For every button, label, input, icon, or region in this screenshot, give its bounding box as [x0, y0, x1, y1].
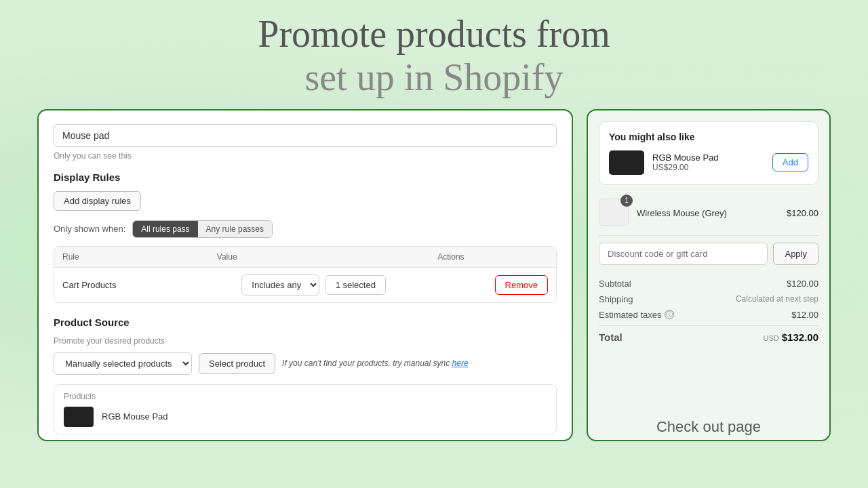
cart-item-name: Wireless Mouse (Grey): [637, 208, 778, 218]
you-might-like-card: You might also like RGB Mouse Pad US$29.…: [599, 121, 818, 185]
toggle-group: All rules pass Any rule passes: [132, 220, 273, 238]
product-source-section: Product Source Promote your desired prod…: [54, 317, 557, 375]
display-rules-title: Display Rules: [54, 171, 557, 183]
total-label: Total: [599, 331, 623, 343]
subtotal-line: Subtotal $120.00: [599, 276, 818, 291]
hero-line1: Promote products from: [258, 13, 610, 55]
cart-section: 1 Wireless Mouse (Grey) $120.00 Apply Su…: [588, 192, 829, 409]
source-select[interactable]: Manually selected products: [54, 352, 192, 375]
cart-item-row: 1 Wireless Mouse (Grey) $120.00: [599, 192, 818, 236]
add-to-cart-button[interactable]: Add: [772, 153, 808, 171]
cart-thumb-wrap: 1: [599, 199, 629, 228]
shipping-value: Calculated at next step: [736, 294, 818, 304]
subtotal-value: $120.00: [787, 279, 818, 289]
cart-badge: 1: [620, 195, 633, 207]
suggestion-thumbnail: [609, 150, 644, 175]
manual-sync-text: If you can't find your products, try man…: [282, 359, 468, 368]
col-rule-header: Rule: [62, 252, 217, 262]
product-thumbnail: [64, 407, 94, 427]
subtotal-label: Subtotal: [599, 279, 631, 289]
selected-badge: 1 selected: [325, 275, 386, 295]
discount-row: Apply: [599, 243, 818, 265]
checkout-page-label: Check out page: [588, 409, 829, 440]
col-value-header: Value: [217, 252, 437, 262]
col-actions-header: Actions: [437, 252, 548, 262]
products-label: Products: [64, 392, 547, 401]
cart-item-price: $120.00: [787, 208, 818, 218]
taxes-line: Estimated taxes ⓘ $12.00: [599, 307, 818, 323]
shown-when-label: Only shown when:: [54, 224, 125, 234]
shown-when-row: Only shown when: All rules pass Any rule…: [54, 220, 557, 238]
remove-rule-button[interactable]: Remove: [495, 275, 548, 295]
taxes-value: $12.00: [791, 310, 818, 320]
suggestion-info: RGB Mouse Pad US$29.00: [652, 152, 764, 172]
name-input[interactable]: [54, 124, 557, 147]
rule-value: Includes any 1 selected: [241, 274, 488, 296]
product-source-title: Product Source: [54, 317, 557, 328]
total-currency: USD: [764, 334, 779, 342]
shipping-line: Shipping Calculated at next step: [599, 291, 818, 307]
name-input-wrap: [54, 124, 557, 147]
manual-sync-link[interactable]: here: [452, 359, 469, 368]
product-item: RGB Mouse Pad: [64, 407, 547, 427]
left-panel: Only you can see this Display Rules Add …: [37, 109, 573, 441]
rules-row: Cart Products Includes any 1 selected Re…: [54, 268, 556, 302]
you-might-like-title: You might also like: [609, 131, 808, 142]
toggle-all-rules[interactable]: All rules pass: [133, 221, 197, 237]
product-name: RGB Mouse Pad: [102, 411, 168, 422]
product-source-subtitle: Promote your desired products: [54, 336, 557, 346]
shipping-label: Shipping: [599, 294, 633, 304]
discount-input[interactable]: [599, 243, 768, 265]
only-you-label: Only you can see this: [54, 151, 557, 161]
includes-any-select[interactable]: Includes any: [241, 274, 319, 296]
summary-rows: Subtotal $120.00 Shipping Calculated at …: [599, 272, 818, 350]
taxes-label: Estimated taxes ⓘ: [599, 310, 674, 320]
suggestion-item: RGB Mouse Pad US$29.00 Add: [609, 150, 808, 175]
hero-title: Promote products from set up in Shopify: [0, 0, 868, 109]
add-display-rules-button[interactable]: Add display rules: [54, 191, 141, 211]
apply-button[interactable]: Apply: [773, 243, 818, 265]
suggestion-name: RGB Mouse Pad: [652, 152, 764, 163]
rules-table: Rule Value Actions Cart Products Include…: [54, 246, 557, 303]
right-panel: You might also like RGB Mouse Pad US$29.…: [587, 109, 831, 441]
rules-header: Rule Value Actions: [54, 247, 556, 268]
source-row: Manually selected products Select produc…: [54, 352, 557, 375]
total-value: USD$132.00: [764, 331, 818, 343]
toggle-any-rule[interactable]: Any rule passes: [198, 221, 272, 237]
hero-line2: set up in Shopify: [304, 56, 563, 98]
products-box: Products RGB Mouse Pad: [54, 384, 557, 434]
rule-label: Cart Products: [62, 280, 235, 290]
suggestion-price: US$29.00: [652, 163, 764, 172]
select-product-button[interactable]: Select product: [199, 353, 275, 374]
total-line: Total USD$132.00: [599, 325, 818, 346]
info-icon: ⓘ: [665, 310, 674, 319]
